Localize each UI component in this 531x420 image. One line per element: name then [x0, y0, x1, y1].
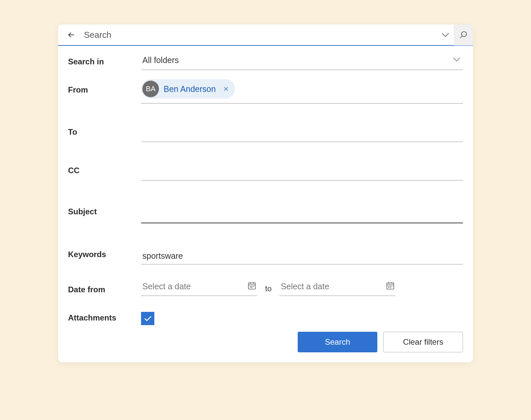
date-from-field[interactable] — [141, 279, 257, 296]
label-to: To — [68, 118, 141, 137]
arrow-left-icon — [67, 30, 76, 39]
row-cc: CC — [68, 157, 463, 180]
svg-point-17 — [392, 286, 392, 287]
button-row: Search Clear filters — [68, 332, 463, 352]
svg-point-7 — [252, 286, 252, 287]
chevron-down-icon — [452, 54, 462, 66]
chip-name: Ben Anderson — [164, 84, 216, 94]
attachments-checkbox[interactable] — [141, 312, 154, 325]
row-keywords: Keywords — [68, 238, 463, 264]
chevron-down-icon — [440, 30, 450, 40]
date-from-input[interactable] — [142, 282, 247, 291]
search-submit-button[interactable]: Search — [298, 332, 377, 352]
search-icon — [459, 31, 468, 39]
date-range: to — [141, 279, 463, 296]
search-in-select[interactable]: All folders — [141, 54, 463, 70]
svg-point-16 — [390, 286, 391, 287]
label-to-date: to — [265, 282, 271, 293]
svg-point-19 — [390, 287, 391, 288]
row-to: To — [68, 118, 463, 142]
svg-point-6 — [250, 286, 251, 287]
row-date-from: Date from to — [68, 279, 463, 296]
label-cc: CC — [68, 157, 141, 175]
svg-point-18 — [389, 287, 389, 288]
remove-chip-button[interactable] — [223, 86, 229, 92]
calendar-icon[interactable] — [386, 281, 395, 292]
label-subject: Subject — [68, 195, 141, 216]
back-button[interactable] — [65, 29, 77, 41]
date-to-field[interactable] — [279, 279, 396, 296]
row-subject: Subject — [68, 195, 463, 223]
svg-point-9 — [250, 287, 251, 288]
row-search-in: Search in All folders — [68, 54, 463, 70]
check-icon — [143, 314, 153, 323]
label-from: From — [68, 79, 141, 95]
label-attachments: Attachments — [68, 311, 141, 322]
label-search-in: Search in — [68, 54, 141, 66]
advanced-search-panel: Search in All folders From BA Ben Anders… — [58, 25, 473, 362]
svg-point-10 — [252, 287, 252, 288]
svg-line-1 — [460, 36, 462, 38]
svg-point-0 — [462, 32, 467, 36]
person-chip: BA Ben Anderson — [141, 79, 235, 99]
row-from: From BA Ben Anderson — [68, 79, 463, 104]
subject-field[interactable] — [141, 195, 463, 223]
label-date-from: Date from — [68, 279, 141, 294]
cc-field[interactable] — [141, 157, 463, 180]
avatar: BA — [142, 81, 159, 97]
collapse-toggle[interactable] — [437, 25, 454, 45]
row-attachments: Attachments — [68, 311, 463, 325]
date-to-input[interactable] — [281, 282, 386, 291]
to-field[interactable] — [141, 118, 463, 142]
search-input[interactable] — [84, 30, 437, 40]
advanced-search-form: Search in All folders From BA Ben Anders… — [58, 46, 473, 362]
search-in-value: All folders — [142, 55, 452, 65]
calendar-icon[interactable] — [247, 281, 257, 292]
svg-point-8 — [253, 286, 254, 287]
from-field[interactable]: BA Ben Anderson — [141, 79, 463, 104]
search-button[interactable] — [454, 25, 473, 45]
search-bar — [58, 25, 473, 46]
clear-filters-button[interactable]: Clear filters — [383, 332, 463, 352]
label-keywords: Keywords — [68, 238, 141, 259]
close-icon — [223, 86, 229, 92]
svg-point-15 — [389, 286, 389, 287]
keywords-field[interactable] — [141, 238, 463, 264]
